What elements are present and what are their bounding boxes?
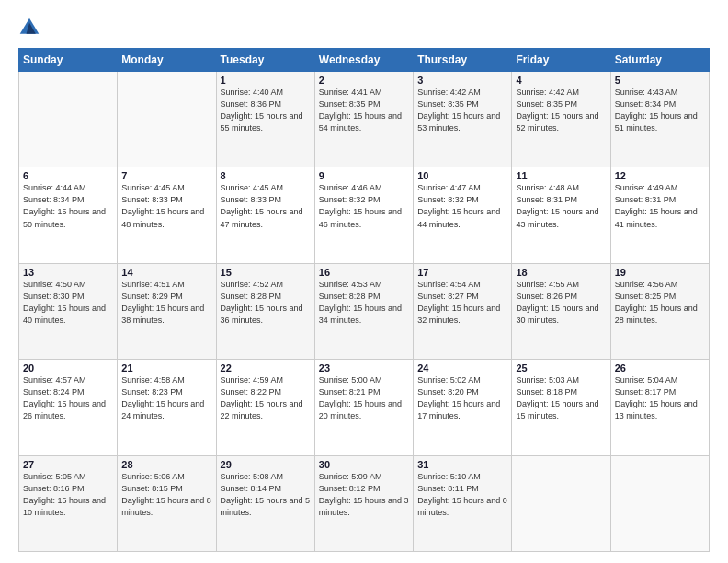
day-info: Sunrise: 4:46 AMSunset: 8:32 PMDaylight:… — [319, 182, 409, 230]
day-number: 5 — [615, 75, 705, 86]
day-number: 6 — [23, 170, 113, 181]
calendar-cell: 12Sunrise: 4:49 AMSunset: 8:31 PMDayligh… — [610, 167, 709, 263]
day-info: Sunrise: 4:53 AMSunset: 8:28 PMDaylight:… — [319, 279, 409, 327]
calendar-cell: 27Sunrise: 5:05 AMSunset: 8:16 PMDayligh… — [19, 455, 118, 551]
calendar-cell — [19, 72, 118, 167]
calendar-week-3: 13Sunrise: 4:50 AMSunset: 8:30 PMDayligh… — [19, 263, 710, 359]
day-info: Sunrise: 4:48 AMSunset: 8:31 PMDaylight:… — [516, 182, 606, 230]
day-number: 24 — [417, 362, 507, 373]
calendar-cell: 28Sunrise: 5:06 AMSunset: 8:15 PMDayligh… — [118, 455, 216, 551]
day-info: Sunrise: 4:43 AMSunset: 8:34 PMDaylight:… — [615, 86, 705, 134]
calendar-cell: 26Sunrise: 5:04 AMSunset: 8:17 PMDayligh… — [610, 360, 709, 455]
day-info: Sunrise: 5:05 AMSunset: 8:16 PMDaylight:… — [23, 471, 113, 519]
day-info: Sunrise: 4:45 AMSunset: 8:33 PMDaylight:… — [221, 182, 311, 230]
day-number: 21 — [121, 362, 211, 373]
calendar-cell: 30Sunrise: 5:09 AMSunset: 8:12 PMDayligh… — [314, 455, 413, 551]
day-number: 4 — [516, 75, 606, 86]
weekday-header-saturday: Saturday — [610, 49, 709, 72]
day-number: 15 — [221, 267, 311, 278]
day-info: Sunrise: 4:44 AMSunset: 8:34 PMDaylight:… — [23, 182, 113, 230]
day-info: Sunrise: 4:49 AMSunset: 8:31 PMDaylight:… — [615, 182, 705, 230]
day-number: 2 — [319, 75, 409, 86]
day-info: Sunrise: 5:08 AMSunset: 8:14 PMDaylight:… — [221, 471, 311, 519]
calendar-cell: 29Sunrise: 5:08 AMSunset: 8:14 PMDayligh… — [216, 455, 314, 551]
day-number: 8 — [221, 170, 311, 181]
day-info: Sunrise: 4:55 AMSunset: 8:26 PMDaylight:… — [516, 279, 606, 327]
calendar-cell: 14Sunrise: 4:51 AMSunset: 8:29 PMDayligh… — [118, 263, 216, 359]
day-number: 13 — [23, 267, 113, 278]
day-number: 17 — [417, 267, 507, 278]
day-number: 7 — [121, 170, 211, 181]
calendar-cell: 13Sunrise: 4:50 AMSunset: 8:30 PMDayligh… — [19, 263, 118, 359]
calendar-cell: 18Sunrise: 4:55 AMSunset: 8:26 PMDayligh… — [512, 263, 610, 359]
day-number: 26 — [615, 362, 705, 373]
calendar-week-2: 6Sunrise: 4:44 AMSunset: 8:34 PMDaylight… — [19, 167, 710, 263]
day-info: Sunrise: 4:42 AMSunset: 8:35 PMDaylight:… — [417, 86, 507, 134]
day-info: Sunrise: 4:50 AMSunset: 8:30 PMDaylight:… — [23, 279, 113, 327]
calendar-cell: 17Sunrise: 4:54 AMSunset: 8:27 PMDayligh… — [414, 263, 512, 359]
calendar-cell: 10Sunrise: 4:47 AMSunset: 8:32 PMDayligh… — [414, 167, 512, 263]
calendar-week-1: 1Sunrise: 4:40 AMSunset: 8:36 PMDaylight… — [19, 72, 710, 167]
calendar-cell: 5Sunrise: 4:43 AMSunset: 8:34 PMDaylight… — [610, 72, 709, 167]
weekday-header-friday: Friday — [512, 49, 610, 72]
calendar-table: SundayMondayTuesdayWednesdayThursdayFrid… — [18, 48, 710, 552]
day-number: 11 — [516, 170, 606, 181]
calendar-cell: 20Sunrise: 4:57 AMSunset: 8:24 PMDayligh… — [19, 360, 118, 455]
calendar-cell: 15Sunrise: 4:52 AMSunset: 8:28 PMDayligh… — [216, 263, 314, 359]
day-info: Sunrise: 4:40 AMSunset: 8:36 PMDaylight:… — [221, 86, 311, 134]
day-number: 14 — [121, 267, 211, 278]
calendar-week-5: 27Sunrise: 5:05 AMSunset: 8:16 PMDayligh… — [19, 455, 710, 551]
day-info: Sunrise: 4:45 AMSunset: 8:33 PMDaylight:… — [121, 182, 211, 230]
day-number: 10 — [417, 170, 507, 181]
calendar-cell: 2Sunrise: 4:41 AMSunset: 8:35 PMDaylight… — [314, 72, 413, 167]
day-number: 25 — [516, 362, 606, 373]
day-number: 19 — [615, 267, 705, 278]
weekday-header-monday: Monday — [118, 49, 216, 72]
calendar-cell: 19Sunrise: 4:56 AMSunset: 8:25 PMDayligh… — [610, 263, 709, 359]
day-number: 30 — [319, 459, 409, 470]
day-number: 27 — [23, 459, 113, 470]
day-number: 16 — [319, 267, 409, 278]
day-info: Sunrise: 5:02 AMSunset: 8:20 PMDaylight:… — [417, 374, 507, 422]
day-info: Sunrise: 5:03 AMSunset: 8:18 PMDaylight:… — [516, 374, 606, 422]
weekday-header-wednesday: Wednesday — [314, 49, 413, 72]
day-info: Sunrise: 4:58 AMSunset: 8:23 PMDaylight:… — [121, 374, 211, 422]
calendar-cell — [118, 72, 216, 167]
day-number: 18 — [516, 267, 606, 278]
day-number: 12 — [615, 170, 705, 181]
day-number: 20 — [23, 362, 113, 373]
day-number: 23 — [319, 362, 409, 373]
day-info: Sunrise: 4:42 AMSunset: 8:35 PMDaylight:… — [516, 86, 606, 134]
calendar-week-4: 20Sunrise: 4:57 AMSunset: 8:24 PMDayligh… — [19, 360, 710, 455]
calendar-page: SundayMondayTuesdayWednesdayThursdayFrid… — [0, 0, 728, 563]
day-info: Sunrise: 4:59 AMSunset: 8:22 PMDaylight:… — [221, 374, 311, 422]
calendar-cell — [512, 455, 610, 551]
weekday-header-tuesday: Tuesday — [216, 49, 314, 72]
calendar-cell: 3Sunrise: 4:42 AMSunset: 8:35 PMDaylight… — [414, 72, 512, 167]
header — [18, 17, 710, 39]
calendar-cell: 9Sunrise: 4:46 AMSunset: 8:32 PMDaylight… — [314, 167, 413, 263]
calendar-cell: 1Sunrise: 4:40 AMSunset: 8:36 PMDaylight… — [216, 72, 314, 167]
day-info: Sunrise: 4:56 AMSunset: 8:25 PMDaylight:… — [615, 279, 705, 327]
day-number: 22 — [221, 362, 311, 373]
calendar-cell: 31Sunrise: 5:10 AMSunset: 8:11 PMDayligh… — [414, 455, 512, 551]
day-info: Sunrise: 4:54 AMSunset: 8:27 PMDaylight:… — [417, 279, 507, 327]
day-number: 31 — [417, 459, 507, 470]
day-info: Sunrise: 5:10 AMSunset: 8:11 PMDaylight:… — [417, 471, 507, 519]
logo-icon — [18, 17, 40, 39]
weekday-header-thursday: Thursday — [414, 49, 512, 72]
day-number: 3 — [417, 75, 507, 86]
day-number: 1 — [221, 75, 311, 86]
logo — [18, 17, 44, 39]
weekday-header-sunday: Sunday — [19, 49, 118, 72]
calendar-cell: 6Sunrise: 4:44 AMSunset: 8:34 PMDaylight… — [19, 167, 118, 263]
day-number: 28 — [121, 459, 211, 470]
day-info: Sunrise: 5:00 AMSunset: 8:21 PMDaylight:… — [319, 374, 409, 422]
calendar-cell: 8Sunrise: 4:45 AMSunset: 8:33 PMDaylight… — [216, 167, 314, 263]
calendar-cell: 22Sunrise: 4:59 AMSunset: 8:22 PMDayligh… — [216, 360, 314, 455]
calendar-cell — [610, 455, 709, 551]
day-info: Sunrise: 4:57 AMSunset: 8:24 PMDaylight:… — [23, 374, 113, 422]
day-number: 9 — [319, 170, 409, 181]
day-info: Sunrise: 5:04 AMSunset: 8:17 PMDaylight:… — [615, 374, 705, 422]
day-info: Sunrise: 4:51 AMSunset: 8:29 PMDaylight:… — [121, 279, 211, 327]
